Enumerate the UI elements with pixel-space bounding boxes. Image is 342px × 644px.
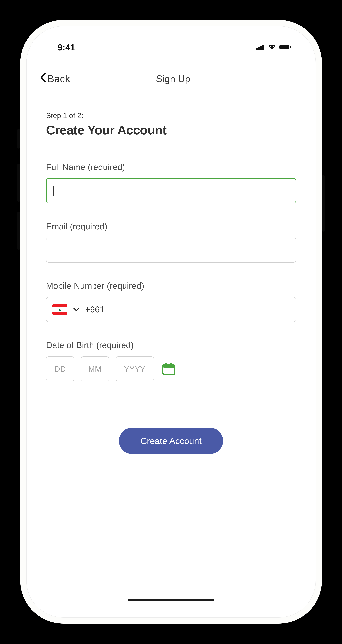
field-mobile: Mobile Number (required) ▲ +961 (46, 281, 296, 322)
dob-label: Date of Birth (required) (46, 340, 296, 350)
svg-rect-4 (279, 45, 289, 50)
hardware-button (17, 129, 20, 148)
svg-rect-3 (262, 44, 264, 50)
svg-rect-0 (256, 48, 258, 50)
wifi-icon (268, 44, 276, 51)
cta-wrap: Create Account (46, 428, 296, 454)
dial-code: +961 (85, 304, 105, 314)
calendar-button[interactable] (160, 361, 177, 377)
full-name-input[interactable] (46, 178, 296, 203)
full-name-label: Full Name (required) (46, 162, 296, 172)
email-label: Email (required) (46, 222, 296, 231)
dob-month-input[interactable] (81, 356, 109, 381)
nav-bar: Back Sign Up (39, 72, 303, 85)
email-input[interactable] (46, 238, 296, 262)
page-heading: Create Your Account (46, 123, 296, 137)
hardware-button (322, 175, 325, 232)
svg-rect-1 (258, 47, 260, 50)
field-dob: Date of Birth (required) (46, 340, 296, 381)
svg-rect-9 (170, 362, 172, 366)
content: Step 1 of 2: Create Your Account Full Na… (39, 112, 303, 566)
svg-rect-5 (290, 46, 291, 48)
status-time: 9:41 (58, 42, 75, 52)
create-account-button[interactable]: Create Account (119, 428, 223, 454)
mobile-label: Mobile Number (required) (46, 281, 296, 291)
field-email: Email (required) (46, 222, 296, 262)
dob-row (46, 356, 296, 381)
calendar-icon (161, 361, 177, 377)
home-indicator[interactable] (128, 599, 214, 601)
home-indicator-wrap (39, 566, 303, 604)
status-bar: 9:41 (39, 36, 303, 54)
svg-rect-7 (163, 364, 175, 368)
mobile-input-row[interactable]: ▲ +961 (46, 297, 296, 322)
svg-rect-8 (165, 362, 167, 366)
field-full-name: Full Name (required) (46, 162, 296, 203)
step-label: Step 1 of 2: (46, 112, 296, 120)
chevron-down-icon[interactable] (73, 307, 80, 312)
svg-rect-2 (260, 46, 262, 50)
dob-year-input[interactable] (116, 356, 154, 381)
hardware-button (17, 164, 20, 202)
status-icons (256, 44, 291, 51)
hardware-button (17, 212, 20, 250)
flag-lebanon-icon: ▲ (52, 304, 67, 315)
nav-title: Sign Up (45, 73, 301, 84)
dob-day-input[interactable] (46, 356, 74, 381)
text-caret (53, 186, 54, 196)
phone-frame: 9:41 (20, 20, 322, 624)
cellular-icon (256, 44, 265, 50)
battery-icon (279, 44, 291, 50)
